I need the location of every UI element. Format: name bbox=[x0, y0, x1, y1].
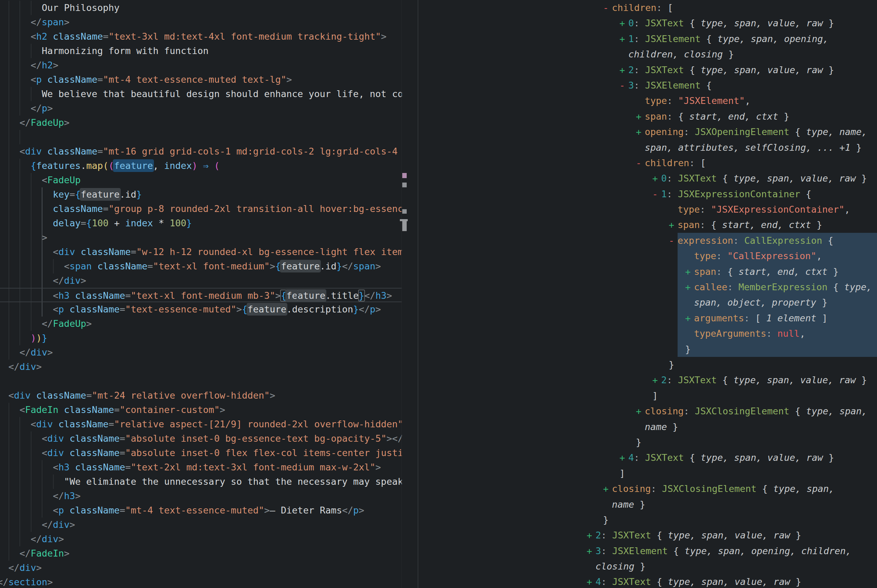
expand-toggle-icon[interactable]: + bbox=[636, 124, 645, 140]
expand-toggle-icon[interactable]: + bbox=[587, 528, 596, 543]
ast-line[interactable]: span, object, property } bbox=[418, 295, 877, 310]
ast-line[interactable]: type: "CallExpression", bbox=[418, 248, 877, 264]
ast-line[interactable]: -children: [ bbox=[418, 155, 877, 171]
ast-line[interactable]: type: "JSXElement", bbox=[418, 93, 877, 108]
code-line[interactable]: delay={100 + index * 100} bbox=[0, 216, 402, 230]
code-line[interactable]: </div> bbox=[0, 532, 402, 546]
ast-line[interactable]: span, attributes, selfClosing, ... +1 } bbox=[418, 140, 877, 155]
ast-line[interactable]: +0: JSXText { type, span, value, raw } bbox=[418, 15, 877, 31]
ast-line[interactable]: -1: JSXExpressionContainer { bbox=[418, 186, 877, 202]
expand-toggle-icon[interactable]: + bbox=[685, 279, 694, 295]
expand-toggle-icon[interactable]: + bbox=[636, 404, 645, 419]
expand-toggle-icon[interactable]: + bbox=[603, 481, 612, 496]
ast-line[interactable]: +span: { start, end, ctxt } bbox=[418, 217, 877, 232]
expand-toggle-icon[interactable]: + bbox=[587, 543, 596, 559]
code-line[interactable]: <div className="mt-24 relative overflow-… bbox=[0, 388, 402, 403]
ast-line[interactable]: +4: JSXText { type, span, value, raw } bbox=[418, 574, 877, 588]
code-line[interactable]: </div> bbox=[0, 561, 402, 575]
code-line[interactable]: ))} bbox=[0, 331, 402, 345]
code-line[interactable]: </FadeIn> bbox=[0, 546, 402, 561]
ast-line[interactable]: closing } bbox=[418, 559, 877, 574]
code-line[interactable]: </div> bbox=[0, 345, 402, 360]
code-line[interactable]: </div> bbox=[0, 273, 402, 288]
code-line[interactable]: <h2 className="text-3xl md:text-4xl font… bbox=[0, 29, 402, 44]
code-line[interactable]: <div className="relative aspect-[21/9] r… bbox=[0, 417, 402, 431]
code-line[interactable]: We believe that beautiful design should … bbox=[0, 87, 402, 101]
code-line[interactable]: </div> bbox=[0, 518, 402, 532]
collapse-toggle-icon[interactable]: - bbox=[619, 78, 628, 93]
code-line[interactable]: </p> bbox=[0, 101, 402, 116]
expand-toggle-icon[interactable]: + bbox=[652, 171, 661, 186]
ast-line[interactable]: name } bbox=[418, 497, 877, 512]
ast-line[interactable]: } bbox=[418, 342, 877, 357]
code-line[interactable]: Harmonizing form with function bbox=[0, 44, 402, 58]
ast-line[interactable]: -children: [ bbox=[418, 0, 877, 15]
collapse-toggle-icon[interactable]: - bbox=[669, 233, 677, 248]
code-line[interactable]: <span className="text-xl font-medium">{f… bbox=[0, 259, 402, 273]
expand-toggle-icon[interactable]: + bbox=[619, 62, 628, 78]
code-line[interactable]: <p className="text-essence-muted">{featu… bbox=[0, 302, 402, 316]
code-line[interactable]: <div className="w-12 h-12 rounded-xl bg-… bbox=[0, 245, 402, 259]
expand-toggle-icon[interactable]: + bbox=[587, 574, 596, 588]
code-line[interactable]: className="group p-8 rounded-2xl transit… bbox=[0, 202, 402, 216]
minimap[interactable] bbox=[399, 0, 417, 588]
ast-line[interactable]: } bbox=[418, 357, 877, 372]
code-line[interactable]: <FadeUp bbox=[0, 173, 402, 188]
code-line[interactable]: </FadeUp> bbox=[0, 116, 402, 130]
expand-toggle-icon[interactable]: + bbox=[619, 31, 628, 46]
expand-toggle-icon[interactable]: + bbox=[669, 217, 677, 232]
code-line[interactable]: <div className="absolute inset-0 flex fl… bbox=[0, 446, 402, 460]
code-line[interactable]: key={feature.id} bbox=[0, 188, 402, 202]
code-line[interactable]: {features.map((feature, index) ⇒ ( bbox=[0, 159, 402, 173]
ast-line[interactable]: +1: JSXElement { type, span, opening, bbox=[418, 31, 877, 46]
ast-tree-pane[interactable]: -children: [+0: JSXText { type, span, va… bbox=[418, 0, 877, 588]
code-line[interactable]: <FadeIn className="container-custom"> bbox=[0, 403, 402, 417]
code-line[interactable]: </div> bbox=[0, 360, 402, 374]
expand-toggle-icon[interactable]: + bbox=[619, 450, 628, 465]
ast-line[interactable]: -expression: CallExpression { bbox=[418, 233, 877, 248]
ast-line[interactable]: +closing: JSXClosingElement { type, span… bbox=[418, 404, 877, 419]
code-line[interactable]: <div className="absolute inset-0 bg-esse… bbox=[0, 431, 402, 446]
code-line[interactable]: "We eliminate the unnecessary so that th… bbox=[0, 474, 402, 489]
code-line[interactable]: </h3> bbox=[0, 489, 402, 503]
code-line-current[interactable]: <h3 className="text-xl font-medium mb-3"… bbox=[0, 288, 402, 302]
expand-toggle-icon[interactable]: + bbox=[685, 310, 694, 326]
code-line[interactable]: <div className="mt-16 grid grid-cols-1 m… bbox=[0, 144, 402, 159]
expand-toggle-icon[interactable]: + bbox=[619, 15, 628, 31]
ast-line[interactable]: +span: { start, end, ctxt } bbox=[418, 264, 877, 279]
code-line[interactable] bbox=[0, 130, 402, 144]
code-line[interactable]: Our Philosophy bbox=[0, 1, 402, 15]
ast-line[interactable]: typeArguments: null, bbox=[418, 326, 877, 341]
ast-line[interactable]: +2: JSXText { type, span, value, raw } bbox=[418, 372, 877, 388]
code-line[interactable]: <p className="mt-4 text-essence-muted te… bbox=[0, 72, 402, 87]
ast-line[interactable]: +0: JSXText { type, span, value, raw } bbox=[418, 171, 877, 186]
ast-line[interactable]: +arguments: [ 1 element ] bbox=[418, 310, 877, 326]
code-line[interactable]: > bbox=[0, 230, 402, 245]
ast-line[interactable]: +closing: JSXClosingElement { type, span… bbox=[418, 481, 877, 496]
ast-line[interactable]: +callee: MemberExpression { type, bbox=[418, 279, 877, 295]
ast-line[interactable]: +opening: JSXOpeningElement { type, name… bbox=[418, 124, 877, 140]
code-line[interactable]: <h3 className="text-2xl md:text-3xl font… bbox=[0, 460, 402, 474]
code-editor-pane[interactable]: Our Philosophy </span> <h2 className="te… bbox=[0, 0, 402, 588]
ast-line[interactable]: } bbox=[418, 512, 877, 528]
ast-line[interactable]: +2: JSXText { type, span, value, raw } bbox=[418, 62, 877, 78]
ast-line[interactable]: +span: { start, end, ctxt } bbox=[418, 109, 877, 124]
code-line[interactable]: <p className="mt-4 text-essence-muted">—… bbox=[0, 503, 402, 518]
ast-line[interactable]: +4: JSXText { type, span, value, raw } bbox=[418, 450, 877, 465]
ast-line[interactable]: -3: JSXElement { bbox=[418, 78, 877, 93]
ast-line[interactable]: +2: JSXText { type, span, value, raw } bbox=[418, 528, 877, 543]
ast-line[interactable]: ] bbox=[418, 388, 877, 404]
collapse-toggle-icon[interactable]: - bbox=[603, 0, 612, 15]
ast-line[interactable]: ] bbox=[418, 466, 877, 481]
expand-toggle-icon[interactable]: + bbox=[685, 264, 694, 279]
code-line[interactable]: </section> bbox=[0, 575, 402, 588]
ast-line[interactable]: +3: JSXElement { type, span, opening, ch… bbox=[418, 543, 877, 559]
code-line[interactable]: </span> bbox=[0, 15, 402, 29]
code-line[interactable]: </h2> bbox=[0, 58, 402, 72]
ast-line[interactable]: type: "JSXExpressionContainer", bbox=[418, 202, 877, 217]
collapse-toggle-icon[interactable]: - bbox=[652, 186, 661, 202]
ast-line[interactable]: } bbox=[418, 435, 877, 450]
expand-toggle-icon[interactable]: + bbox=[652, 372, 661, 388]
ast-line[interactable]: name } bbox=[418, 419, 877, 435]
ast-line[interactable]: children, closing } bbox=[418, 46, 877, 62]
